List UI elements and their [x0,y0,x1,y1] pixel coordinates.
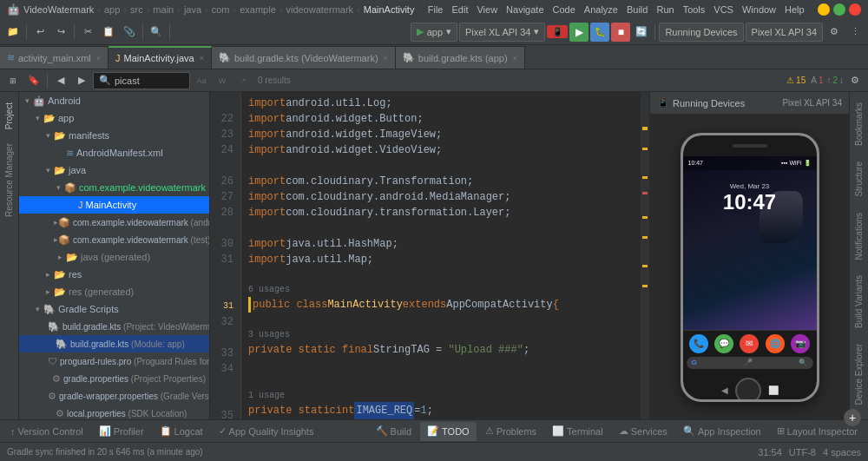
menu-window[interactable]: Window [739,3,779,16]
tab-mainactivity[interactable]: J MainActivity.java × [108,46,212,69]
project-icon[interactable]: 📁 [3,23,23,42]
paste-button[interactable]: 📎 [120,23,139,42]
tree-res-generated[interactable]: ▸ 📂 res (generated) [19,283,209,300]
menu-vcs[interactable]: VCS [710,3,737,16]
notifications-tab[interactable]: Notifications [851,206,867,267]
menu-file[interactable]: File [424,3,447,16]
tree-manifests[interactable]: ▾ 📂 manifests [19,127,209,144]
phone-recent-btn[interactable]: ⬜ [768,385,779,395]
tree-res[interactable]: ▸ 📂 res [19,266,209,283]
menu-tools[interactable]: Tools [680,3,709,16]
menu-view[interactable]: View [473,3,501,16]
regex-btn[interactable]: .* [233,71,253,90]
tab-build-app[interactable]: 🐘 build.gradle.kts (app) × [396,46,525,69]
menu-run[interactable]: Run [653,3,677,16]
tree-gradle-wrapper[interactable]: ▸ ⚙ gradle-wrapper.properties (Gradle Ve… [19,387,209,405]
bottom-tab-profiler[interactable]: 📊 Profiler [92,422,151,441]
search-input[interactable] [115,76,184,86]
phone-app-phone[interactable]: 📞 [689,334,708,353]
tree-mainactivity[interactable]: ▸ J MainActivity [19,196,209,214]
bottom-tab-terminal[interactable]: ⬜ Terminal [545,422,610,441]
tree-gradle-scripts[interactable]: ▾ 🐘 Gradle Scripts [19,300,209,318]
bookmark-btn[interactable]: 🔖 [24,71,43,90]
code-lines[interactable]: import android.util.Log; import android.… [241,92,641,419]
tree-package-main[interactable]: ▾ 📦 com.example.videowatermark [19,179,209,196]
bottom-tab-problems[interactable]: ⚠ Problems [478,422,543,441]
stop-button[interactable]: ■ [611,23,630,42]
build-variants-tab[interactable]: Build Variants [851,268,867,335]
debug-button[interactable]: 🐛 [590,23,609,42]
menu-code[interactable]: Code [549,3,579,16]
tab-build-vw[interactable]: 🐘 build.gradle.kts (VideoWatermark) × [212,46,396,69]
phone-status-bar: 10:47 ▪▪▪ WiFi 🔋 [683,156,817,170]
editor-settings[interactable]: ⚙ [845,71,865,90]
bottom-tab-build[interactable]: 🔨 Build [369,422,418,441]
undo-button[interactable]: ↩ [30,23,49,42]
menu-navigate[interactable]: Navigate [503,3,547,16]
tab-close-main[interactable]: × [200,54,204,63]
tree-androidmanifest[interactable]: ▸ ≋ AndroidManifest.xml [19,144,209,161]
tab-close-vw[interactable]: × [384,54,388,63]
next-btn[interactable]: ▶ [72,71,91,90]
maximize-button[interactable] [833,3,845,16]
device-selector[interactable]: Pixel XL API 34 ▾ [459,23,545,42]
tab-close[interactable]: × [96,54,101,63]
cut-button[interactable]: ✂ [78,23,97,42]
tree-package-test[interactable]: ▸ 📦 com.example.videowatermark (androidT… [19,214,209,231]
tree-gradle-props[interactable]: ▸ ⚙ gradle.properties (Project Propertie… [19,370,209,387]
phone-screen[interactable]: 10:47 ▪▪▪ WiFi 🔋 Wed, Mar 23 10:47 [683,156,817,330]
tree-build-gradle-project[interactable]: ▸ 🐘 build.gradle.kts (Project: VideoWate… [19,318,209,335]
menu-help[interactable]: Help [781,3,808,16]
resource-manager-tab[interactable]: Resource Manager [1,136,17,224]
bottom-tab-services[interactable]: ☁ Services [612,422,674,441]
bottom-tab-version-control[interactable]: ↑ Version Control [3,422,90,441]
warning-count: 15 [796,76,806,85]
bottom-tab-logcat[interactable]: 📋 Logcat [153,422,210,441]
tree-build-gradle-module[interactable]: ▸ 🐘 build.gradle.kts (Module: app) [19,335,209,352]
sync-button[interactable]: 🔄 [632,23,651,42]
tab-close-app[interactable]: × [513,54,517,63]
tree-proguard[interactable]: ▸ 🛡 proguard-rules.pro (Proguard Rules f… [19,352,209,370]
phone-app-messages[interactable]: 💬 [714,334,733,353]
settings-button[interactable]: ⚙ [825,23,844,42]
close-button[interactable] [849,3,861,16]
run-button[interactable]: ▶ [569,23,589,42]
bookmarks-tab[interactable]: Bookmarks [851,95,867,153]
case-btn[interactable]: Aa [192,71,211,90]
tree-java-generated[interactable]: ▸ 📂 java (generated) [19,248,209,266]
project-tab[interactable]: Project [1,95,17,136]
phone-google-search[interactable]: G 🎤 🔍 [687,357,813,369]
redo-button[interactable]: ↪ [51,23,70,42]
bottom-tab-quality[interactable]: ✓ App Quality Insights [212,422,321,441]
running-devices-tab[interactable]: Running Devices [659,23,743,42]
tab-activity-main[interactable]: ≋ activity_main.xml × [0,46,108,69]
menu-edit[interactable]: Edit [448,3,471,16]
menu-analyze[interactable]: Analyze [581,3,621,16]
phone-app-gmail[interactable]: ✉ [740,334,759,353]
tree-package-unittest[interactable]: ▸ 📦 com.example.videowatermark (test) [19,231,209,248]
bottom-tab-inspection[interactable]: 🔍 App Inspection [676,422,768,441]
tree-android-root[interactable]: ▾ 🤖 Android [19,92,209,109]
find-button[interactable]: 🔍 [147,23,166,42]
more-button[interactable]: ⋮ [845,23,865,42]
running-devices-highlight[interactable]: 📱 [547,25,568,38]
copy-button[interactable]: 📋 [99,23,118,42]
pixel-device-selector[interactable]: Pixel XL API 34 [746,23,823,42]
phone-back-btn[interactable]: ◀ [721,385,728,395]
prev-btn[interactable]: ◀ [51,71,70,90]
todo-label: TODO [442,426,470,437]
structure-tab[interactable]: Structure [851,155,867,204]
tree-app[interactable]: ▾ 📂 app [19,109,209,127]
structure-btn[interactable]: ⊞ [3,71,23,90]
minimize-button[interactable] [818,3,830,16]
tree-java[interactable]: ▾ 📂 java [19,161,209,179]
run-config-dropdown[interactable]: ▶ app ▾ [411,23,457,42]
device-explorer-tab[interactable]: Device Explorer [851,337,867,412]
bottom-tab-todo[interactable]: 📝 TODO [420,422,477,441]
tree-local-props[interactable]: ▸ ⚙ local.properties (SDK Location) [19,405,209,419]
phone-home-btn[interactable] [735,378,761,402]
word-btn[interactable]: W [213,71,232,90]
menu-build[interactable]: Build [623,3,651,16]
phone-app-chrome[interactable]: 🌐 [766,334,785,353]
phone-app-camera[interactable]: 📷 [791,334,810,353]
